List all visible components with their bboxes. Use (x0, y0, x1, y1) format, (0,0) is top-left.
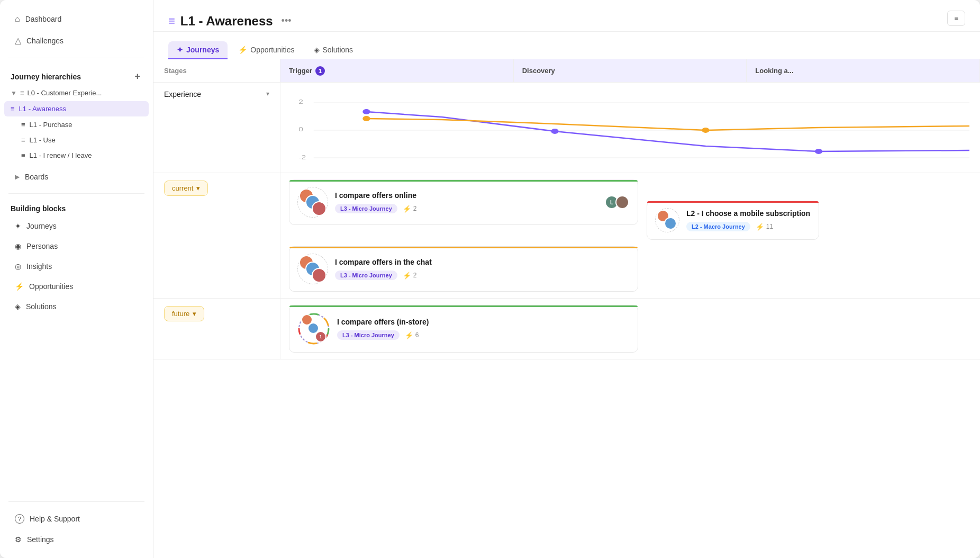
help-icon: ? (15, 514, 24, 524)
opportunities-icon: ⚡ (15, 282, 24, 291)
current-tag[interactable]: current ▾ (164, 181, 208, 196)
page-title: L1 - Awareness (180, 14, 273, 29)
macro-lightning-icon: ⚡ (756, 223, 764, 231)
sidebar-item-l1-purchase[interactable]: ≡ L1 - Purchase (0, 117, 153, 132)
macro-card-meta: L2 - Macro Journey ⚡ 11 (686, 222, 810, 231)
sidebar-item-boards[interactable]: ▶ Boards (4, 167, 149, 186)
future-label-cell: future ▾ (153, 299, 280, 359)
sidebar-item-challenges[interactable]: △ Challenges (4, 30, 149, 51)
journey-icon: ≡ (11, 105, 15, 113)
instore-lightning: ⚡ 6 (405, 331, 419, 339)
instore-avatar-cluster: 1 (298, 313, 330, 345)
tab-journeys[interactable]: ✦ Journeys (168, 41, 228, 59)
journey-card-compare-online[interactable]: I compare offers online L3 - Micro Journ… (289, 179, 638, 225)
section-future: future ▾ (153, 299, 980, 359)
instore-av-3: 1 (315, 331, 326, 343)
stage-looking[interactable]: Looking a... (747, 59, 980, 82)
lightning-count: ⚡ 2 (403, 205, 417, 213)
filter-icon: ≡ (954, 14, 958, 22)
type-badge: L3 - Micro Journey (335, 204, 397, 213)
challenges-icon: △ (15, 35, 21, 46)
sidebar-item-dashboard[interactable]: ⌂ Dashboard (4, 9, 149, 29)
macro-lightning: ⚡ 11 (756, 223, 773, 231)
hierarchy-l0[interactable]: ▼ ≡ L0 - Customer Experie... (0, 85, 153, 101)
macro-card-info: L2 - I choose a mobile subscription L2 -… (686, 209, 810, 231)
sidebar: ⌂ Dashboard △ Challenges Journey hierarc… (0, 0, 153, 558)
stages-header: Stages Trigger 1 Discovery Looking a... (153, 59, 980, 83)
stage-discovery[interactable]: Discovery (514, 59, 747, 82)
chat-lightning-icon: ⚡ (403, 272, 411, 280)
opportunities-tab-icon: ⚡ (238, 46, 247, 54)
journey-hierarchies-section: Journey hierarchies + (0, 65, 153, 85)
journeys-icon: ✦ (15, 222, 21, 230)
title-area: ≡ L1 - Awareness ••• (168, 14, 941, 29)
main-content: ≡ L1 - Awareness ••• ≡ ✦ Journeys ⚡ Oppo… (153, 0, 980, 558)
filter-button[interactable]: ≡ (947, 11, 965, 26)
sidebar-item-help[interactable]: ? Help & Support (4, 509, 149, 529)
sidebar-item-settings[interactable]: ⚙ Settings (4, 530, 149, 549)
sidebar-item-l1-awareness[interactable]: ≡ L1 - Awareness (4, 101, 149, 116)
journey-icon: ≡ (21, 136, 25, 144)
point-gold-1 (362, 116, 370, 121)
sidebar-item-journeys[interactable]: ✦ Journeys (4, 217, 149, 236)
sidebar-item-insights[interactable]: ◎ Insights (4, 257, 149, 276)
l0-icon: ≡ (20, 89, 24, 97)
current-chevron: ▾ (196, 184, 200, 192)
y-label-2: 2 (298, 98, 303, 105)
journey-card-instore[interactable]: 1 I compare offers (in-store) L3 - Micro… (289, 305, 638, 353)
chat-card-meta: L3 - Micro Journey ⚡ 2 (335, 271, 629, 280)
divider-2 (8, 193, 144, 194)
card-info: I compare offers online L3 - Micro Journ… (335, 191, 597, 213)
stage-trigger[interactable]: Trigger 1 (280, 59, 514, 82)
gold-line (366, 119, 969, 130)
sidebar-item-personas[interactable]: ◉ Personas (4, 237, 149, 256)
lightning-icon: ⚡ (403, 205, 411, 213)
tab-bar: ✦ Journeys ⚡ Opportunities ◈ Solutions (153, 36, 980, 59)
future-chevron: ▾ (193, 310, 196, 318)
stages-label: Stages (153, 59, 280, 82)
avatar-3 (312, 201, 326, 216)
insights-icon: ◎ (15, 262, 21, 271)
page-header: ≡ L1 - Awareness ••• ≡ (153, 0, 980, 32)
journey-card-macro[interactable]: L2 - I choose a mobile subscription L2 -… (647, 201, 819, 240)
experience-chart-svg: 2 0 -2 (291, 88, 969, 167)
sidebar-item-solutions[interactable]: ◈ Solutions (4, 297, 149, 316)
boards-expand-icon: ▶ (15, 173, 20, 181)
tab-opportunities[interactable]: ⚡ Opportunities (230, 41, 303, 59)
journey-content: Stages Trigger 1 Discovery Looking a... (153, 59, 980, 558)
purple-line (366, 112, 969, 151)
card-top-bar (289, 180, 638, 182)
point-purple-2 (551, 129, 558, 134)
collapse-icon: ▼ (11, 89, 17, 97)
sidebar-item-opportunities[interactable]: ⚡ Opportunities (4, 277, 149, 296)
y-label-0: 0 (298, 126, 303, 132)
journey-icon: ≡ (21, 121, 25, 129)
journey-icon: ≡ (21, 151, 25, 159)
header-right: ≡ (947, 11, 965, 31)
tab-solutions[interactable]: ◈ Solutions (305, 41, 362, 59)
experience-chevron[interactable]: ▾ (266, 90, 269, 97)
divider-1 (8, 58, 144, 58)
instore-type-badge: L3 - Micro Journey (337, 330, 400, 340)
instore-card-title: I compare offers (in-store) (337, 318, 629, 326)
more-menu-button[interactable]: ••• (278, 14, 295, 28)
journey-card-compare-chat[interactable]: I compare offers in the chat L3 - Micro … (289, 246, 638, 292)
sidebar-item-l1-renew[interactable]: ≡ L1 - I renew / I leave (0, 148, 153, 163)
solutions-icon: ◈ (15, 302, 21, 311)
chat-avatar-cluster (298, 254, 328, 284)
chat-avatar-3 (312, 268, 326, 283)
future-cards: 1 I compare offers (in-store) L3 - Micro… (280, 299, 980, 359)
journeys-tab-icon: ✦ (177, 46, 183, 54)
point-purple-3 (815, 149, 822, 154)
macro-top-bar (647, 201, 819, 203)
page-title-icon: ≡ (168, 14, 175, 28)
future-tag[interactable]: future ▾ (164, 306, 204, 321)
macro-card-title: L2 - I choose a mobile subscription (686, 209, 810, 218)
right-avatar-2 (615, 195, 629, 209)
instore-top-bar (289, 305, 638, 307)
add-hierarchy-button[interactable]: + (132, 71, 142, 82)
experience-row: Experience ▾ 2 0 -2 (153, 83, 980, 173)
sidebar-item-l1-use[interactable]: ≡ L1 - Use (0, 132, 153, 148)
chat-top-bar (289, 247, 638, 248)
macro-avatar-cluster (656, 209, 679, 232)
